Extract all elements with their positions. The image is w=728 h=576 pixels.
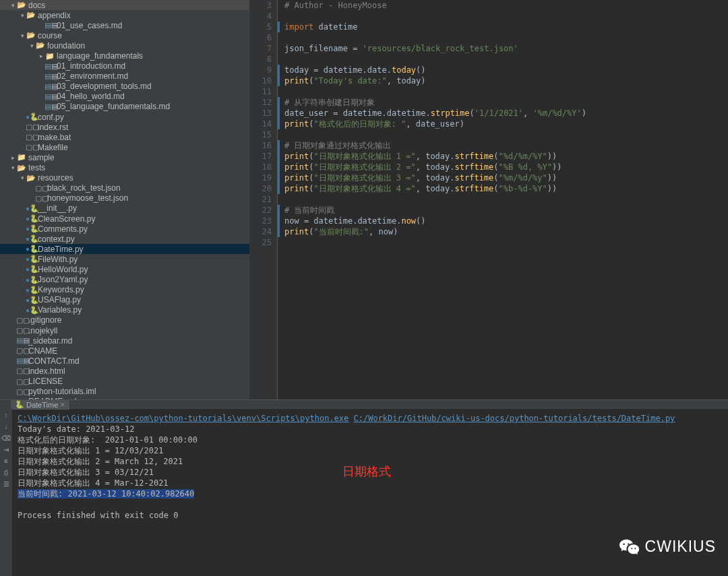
chevron-icon[interactable]: ▸ (9, 154, 16, 161)
line-number[interactable]: 15 (249, 129, 277, 140)
toolbar-icon[interactable]: ☰ (3, 480, 9, 488)
code-line[interactable] (278, 32, 728, 43)
chevron-icon[interactable]: ▾ (28, 42, 35, 49)
line-number[interactable]: 24 (249, 226, 277, 237)
toolbar-icon[interactable]: ⌫ (1, 435, 11, 442)
code-line[interactable] (278, 129, 728, 140)
tree-item[interactable]: ▢index.html (0, 366, 249, 376)
code-line[interactable]: now = datetime.datetime.now() (278, 216, 728, 226)
code-area[interactable]: # Author - HoneyMoose import datetime js… (278, 0, 728, 399)
interpreter-path[interactable]: C:\WorkDir\GitHub\ossez-com\python-tutor… (18, 414, 348, 423)
chevron-icon[interactable]: ▾ (19, 32, 26, 39)
tree-item[interactable]: ▾appendix (0, 10, 249, 20)
tree-item[interactable]: 🐍HelloWorld.py (0, 264, 249, 274)
line-number[interactable]: 3 (249, 0, 277, 11)
tree-item[interactable]: 🐍Keywords.py (0, 285, 249, 295)
code-line[interactable] (278, 54, 728, 65)
tree-item[interactable]: ▢.nojekyll (0, 325, 249, 335)
tree-item[interactable]: 🐍Variables.py (0, 305, 249, 315)
tree-item[interactable]: ▢CNAME (0, 346, 249, 356)
line-number[interactable]: 23 (249, 216, 277, 226)
toolbar-icon[interactable]: ⇥ (3, 446, 9, 453)
tree-item[interactable]: ▢honeymoose_test.json (0, 193, 249, 203)
code-line[interactable]: import datetime (278, 22, 728, 32)
code-line[interactable]: # 当前时间戳 (278, 205, 728, 216)
tree-item[interactable]: 🐍context.py (0, 234, 249, 244)
tree-item[interactable]: 🐍FileWith.py (0, 254, 249, 264)
chevron-icon[interactable]: ▾ (9, 164, 16, 171)
code-line[interactable]: # Author - HoneyMoose (278, 0, 728, 11)
tree-item[interactable]: ▢black_rock_test.json (0, 183, 249, 193)
line-number[interactable]: 9 (249, 65, 277, 75)
run-tab[interactable]: 🐍 DateTime ✕ (11, 399, 69, 410)
code-line[interactable]: print("当前时间戳:", now) (278, 226, 728, 237)
line-number[interactable]: 8 (249, 54, 277, 65)
line-number[interactable]: 5 (249, 22, 277, 32)
toolbar-icon[interactable]: ≡ (4, 457, 8, 465)
tree-item[interactable]: ▢index.rst (0, 122, 249, 132)
tree-item[interactable]: 🐍__init__.py (0, 203, 249, 214)
tree-item[interactable]: ▢LICENSE (0, 376, 249, 386)
tree-item[interactable]: ▤05_language_fundamentals.md (0, 102, 249, 112)
code-line[interactable]: date_user = datetime.datetime.strptime('… (278, 108, 728, 119)
line-number[interactable]: 25 (249, 237, 277, 248)
tree-item[interactable]: ▤01_use_cases.md (0, 20, 249, 30)
tree-item[interactable]: ▾docs (0, 0, 249, 10)
tree-item[interactable]: ▤CONTACT.md (0, 356, 249, 366)
line-number[interactable]: 13 (249, 108, 277, 119)
close-icon[interactable]: ✕ (60, 402, 65, 408)
tree-item[interactable]: ▢.gitignore (0, 315, 249, 325)
tree-item[interactable]: ▸language_fundamentals (0, 51, 249, 61)
chevron-icon[interactable]: ▾ (19, 12, 26, 19)
tree-item[interactable]: ▢make.bat (0, 132, 249, 142)
line-number[interactable]: 12 (249, 97, 277, 108)
line-number[interactable]: 6 (249, 32, 277, 43)
code-line[interactable]: print("日期对象格式化输出 3 =", today.strftime("%… (278, 172, 728, 183)
tree-item[interactable]: ▤04_hello_world.md (0, 92, 249, 102)
tree-item[interactable]: 🐍USAFlag.py (0, 295, 249, 305)
tree-item[interactable]: ▤01_introduction.md (0, 61, 249, 71)
code-line[interactable]: print("日期对象格式化输出 4 =", today.strftime("%… (278, 183, 728, 194)
line-number[interactable]: 20 (249, 183, 277, 194)
tree-item[interactable]: ▢Makefile (0, 142, 249, 152)
tree-item[interactable]: 🐍CleanScreen.py (0, 214, 249, 224)
tree-item[interactable]: 🐍DateTime.py (0, 244, 249, 254)
tree-item[interactable]: ▾tests (0, 163, 249, 173)
code-line[interactable] (278, 194, 728, 205)
tree-item[interactable]: 🐍conf.py (0, 112, 249, 122)
tree-item[interactable]: ▸sample (0, 152, 249, 162)
code-line[interactable]: print("日期对象格式化输出 2 =", today.strftime("%… (278, 162, 728, 172)
line-number[interactable]: 11 (249, 86, 277, 97)
line-number[interactable]: 4 (249, 11, 277, 22)
code-line[interactable]: json_filename = 'resources/black_rock_te… (278, 43, 728, 54)
run-tab-bar[interactable]: 🐍 DateTime ✕ (0, 400, 728, 409)
chevron-icon[interactable]: ▾ (19, 174, 26, 181)
line-number[interactable]: 21 (249, 194, 277, 205)
run-toolbar[interactable]: ↑↓⌫⇥≡⎙☰ (0, 409, 12, 576)
code-line[interactable]: print("格式化后的日期对象: ", date_user) (278, 119, 728, 129)
code-line[interactable] (278, 11, 728, 22)
line-number[interactable]: 17 (249, 151, 277, 162)
chevron-icon[interactable]: ▸ (38, 53, 44, 59)
line-number[interactable]: 16 (249, 140, 277, 151)
project-tree[interactable]: ▾docs▾appendix▤01_use_cases.md▾course▾fo… (0, 0, 249, 399)
script-path[interactable]: C:/WorkDir/GitHub/cwiki-us-docs/python-t… (354, 414, 675, 423)
line-number[interactable]: 7 (249, 43, 277, 54)
line-number[interactable]: 19 (249, 172, 277, 183)
code-line[interactable]: today = datetime.date.today() (278, 65, 728, 75)
tree-item[interactable]: 🐍Json2Yaml.py (0, 275, 249, 285)
code-line[interactable]: # 从字符串创建日期对象 (278, 97, 728, 108)
code-line[interactable] (278, 86, 728, 97)
line-number[interactable]: 14 (249, 119, 277, 129)
code-line[interactable]: print("Today's date:", today) (278, 75, 728, 86)
code-line[interactable]: # 日期对象通过对格式化输出 (278, 140, 728, 151)
chevron-icon[interactable]: ▾ (9, 2, 16, 9)
tree-item[interactable]: ▢python-tutorials.iml (0, 387, 249, 397)
line-number[interactable]: 10 (249, 75, 277, 86)
code-line[interactable]: print("日期对象格式化输出 1 =", today.strftime("%… (278, 151, 728, 162)
line-number[interactable]: 18 (249, 162, 277, 172)
tree-item[interactable]: ▤02_environment.md (0, 71, 249, 82)
tree-item[interactable]: ▤_sidebar.md (0, 335, 249, 346)
tree-item[interactable]: ▾resources (0, 173, 249, 183)
toolbar-icon[interactable]: ↓ (5, 423, 8, 430)
